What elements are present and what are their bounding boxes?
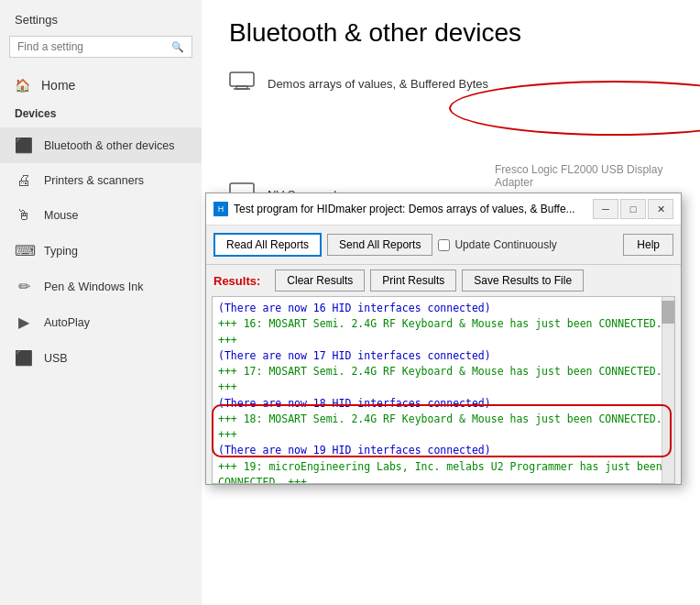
clear-results-button[interactable]: Clear Results bbox=[275, 270, 365, 292]
dialog-title: Test program for HIDmaker project: Demos… bbox=[234, 203, 587, 215]
close-button[interactable]: ✕ bbox=[648, 199, 673, 219]
app-title: Settings bbox=[0, 0, 202, 36]
print-results-button[interactable]: Print Results bbox=[370, 270, 456, 292]
send-all-reports-button[interactable]: Send All Reports bbox=[327, 234, 432, 256]
sidebar-item-usb[interactable]: ⬛ USB bbox=[0, 340, 202, 376]
dialog-app-icon: H bbox=[213, 202, 228, 216]
pen-icon: ✏ bbox=[15, 278, 33, 295]
sidebar-item-pen-label: Pen & Windows Ink bbox=[44, 280, 143, 293]
results-label: Results: bbox=[213, 274, 260, 288]
sidebar-item-bluetooth-label: Bluetooth & other devices bbox=[44, 139, 174, 152]
highlighted-device-row: Demos arrays of values, & Buffered Bytes bbox=[229, 62, 673, 105]
svg-rect-0 bbox=[230, 72, 254, 86]
result-line-6: +++ 18: MOSART Semi. 2.4G RF Keyboard & … bbox=[218, 412, 669, 444]
typing-icon: ⌨ bbox=[15, 242, 33, 259]
home-label: Home bbox=[41, 78, 75, 93]
dialog-toolbar: Read All Reports Send All Reports Update… bbox=[206, 226, 681, 265]
autoplay-icon: ▶ bbox=[15, 314, 33, 331]
dialog-titlebar: H Test program for HIDmaker project: Dem… bbox=[206, 193, 681, 226]
device-icon-demos bbox=[229, 72, 255, 96]
sidebar-item-bluetooth[interactable]: ⬛ Bluetooth & other devices bbox=[0, 127, 202, 163]
result-line-5: (There are now 18 HID interfaces connect… bbox=[218, 396, 669, 412]
sidebar-item-pen[interactable]: ✏ Pen & Windows Ink bbox=[0, 269, 202, 304]
search-icon: 🔍 bbox=[171, 41, 184, 53]
save-results-button[interactable]: Save Results to File bbox=[462, 270, 584, 292]
sidebar-item-typing[interactable]: ⌨ Typing bbox=[0, 233, 202, 269]
result-line-3: (There are now 17 HID interfaces connect… bbox=[218, 348, 669, 364]
sidebar-item-autoplay-label: AutoPlay bbox=[44, 316, 90, 329]
results-area[interactable]: (There are now 16 HID interfaces connect… bbox=[212, 296, 675, 484]
dialog-controls: ─ □ ✕ bbox=[593, 199, 673, 219]
sidebar-item-usb-label: USB bbox=[44, 352, 68, 365]
sidebar-item-typing-label: Typing bbox=[44, 245, 78, 258]
read-all-reports-button[interactable]: Read All Reports bbox=[213, 233, 322, 257]
update-continuously-label: Update Continuously bbox=[454, 238, 556, 251]
maximize-button[interactable]: □ bbox=[620, 199, 646, 219]
sidebar-section-label: Devices bbox=[0, 102, 202, 127]
update-continuously-checkbox-label[interactable]: Update Continuously bbox=[438, 238, 556, 251]
page-title: Bluetooth & other devices bbox=[229, 18, 673, 48]
scrollbar-track[interactable] bbox=[662, 297, 674, 483]
result-line-1: (There are now 16 HID interfaces connect… bbox=[218, 301, 669, 316]
result-line-7: (There are now 19 HID interfaces connect… bbox=[218, 443, 669, 458]
sidebar-item-mouse-label: Mouse bbox=[44, 209, 79, 222]
result-line-2: +++ 16: MOSART Semi. 2.4G RF Keyboard & … bbox=[218, 316, 669, 348]
result-line-8: +++ 19: microEngineering Labs, Inc. mela… bbox=[218, 459, 669, 485]
printers-icon: 🖨 bbox=[15, 172, 33, 189]
sidebar-item-autoplay[interactable]: ▶ AutoPlay bbox=[0, 304, 202, 340]
fresco-device: Fresco Logic FL2000 USB Display Adapter bbox=[495, 163, 700, 189]
results-header: Results: Clear Results Print Results Sav… bbox=[206, 265, 681, 296]
usb-icon: ⬛ bbox=[15, 349, 33, 367]
results-scroll-content: (There are now 16 HID interfaces connect… bbox=[213, 297, 674, 484]
help-button[interactable]: Help bbox=[623, 234, 673, 256]
sidebar-item-printers-label: Printers & scanners bbox=[44, 174, 144, 187]
home-icon: 🏠 bbox=[15, 78, 30, 93]
highlighted-device-name: Demos arrays of values, & Buffered Bytes bbox=[268, 77, 488, 91]
sidebar-item-mouse[interactable]: 🖱 Mouse bbox=[0, 198, 202, 233]
hid-dialog: H Test program for HIDmaker project: Dem… bbox=[205, 192, 682, 485]
mouse-icon: 🖱 bbox=[15, 207, 33, 224]
result-line-4: +++ 17: MOSART Semi. 2.4G RF Keyboard & … bbox=[218, 364, 669, 396]
minimize-button[interactable]: ─ bbox=[593, 199, 618, 219]
sidebar-item-home[interactable]: 🏠 Home bbox=[0, 69, 202, 102]
sidebar-item-printers[interactable]: 🖨 Printers & scanners bbox=[0, 163, 202, 198]
search-input[interactable] bbox=[17, 40, 171, 53]
sidebar: Settings 🔍 🏠 Home Devices ⬛ Bluetooth & … bbox=[0, 0, 202, 605]
update-continuously-checkbox[interactable] bbox=[438, 239, 450, 251]
scrollbar-handle[interactable] bbox=[662, 301, 674, 324]
bluetooth-icon: ⬛ bbox=[15, 137, 33, 154]
search-box[interactable]: 🔍 bbox=[9, 36, 192, 58]
